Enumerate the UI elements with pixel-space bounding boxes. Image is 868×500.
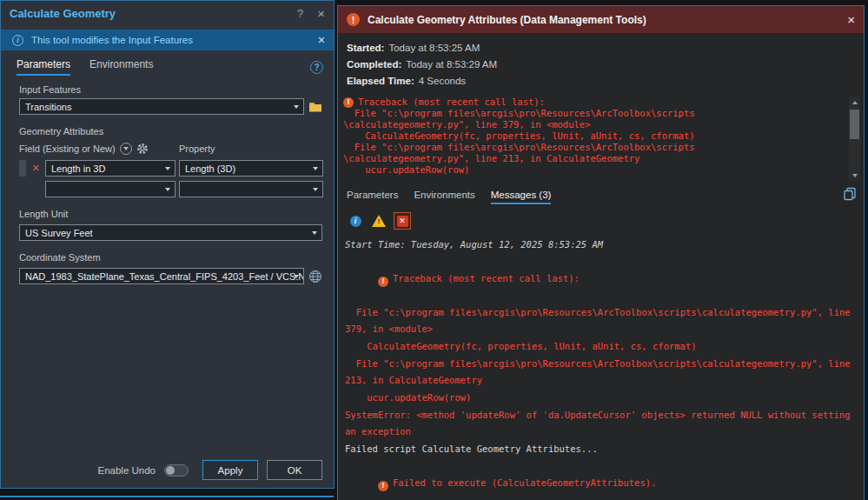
summary-row: Elapsed Time:4 Seconds	[347, 76, 855, 86]
error-filter-icon: ✕	[397, 216, 408, 227]
help-icon[interactable]: ?	[297, 7, 303, 20]
ok-button[interactable]: OK	[267, 460, 322, 480]
traceback-line: \calculategeometry.py", line 213, in Cal…	[343, 153, 845, 164]
message-line: !Traceback (most recent call last):	[345, 254, 851, 303]
traceback-line: ! Traceback (most recent call last):	[343, 97, 845, 108]
message-filters: i ! ✕	[338, 204, 864, 230]
traceback-line: File "c:\program files\arcgis\pro\Resour…	[343, 108, 845, 119]
geometry-attribute-row-empty	[19, 181, 322, 197]
summary-label: Elapsed Time:	[347, 76, 414, 86]
property-dropdown-empty[interactable]	[179, 181, 323, 197]
warning-icon: !	[372, 215, 386, 227]
error-icon: !	[343, 97, 354, 108]
background-window-edge	[0, 496, 334, 497]
panel-tabs: Parameters Environments Messages (3)	[338, 181, 864, 204]
close-icon[interactable]: ×	[317, 6, 325, 21]
messages-log: Start Time: Tuesday, August 12, 2025 8:5…	[338, 230, 864, 500]
dialog-title: Calculate Geometry	[10, 7, 283, 20]
run-summary: Started:Today at 8:53:25 AM Completed:To…	[338, 33, 864, 92]
traceback-preview-text: ! Traceback (most recent call last): Fil…	[343, 97, 845, 181]
parameters-form: Input Features Transitions Geometry Attr…	[1, 76, 334, 460]
traceback-line: \calculategeometry.py", line 379, in <mo…	[343, 119, 845, 130]
coordinate-system-value: NAD_1983_StatePlane_Texas_Central_FIPS_4…	[25, 271, 304, 282]
calculate-geometry-dialog: Calculate Geometry ? × i This tool modif…	[0, 0, 335, 489]
copy-messages-icon[interactable]	[843, 187, 857, 204]
field-dropdown-empty[interactable]	[45, 181, 176, 197]
filter-error-button[interactable]: ✕	[394, 212, 411, 230]
info-icon: i	[350, 216, 361, 227]
summary-row: Completed:Today at 8:53:29 AM	[347, 59, 855, 70]
filter-warning-button[interactable]: !	[370, 212, 388, 230]
scrollbar-track[interactable]	[849, 108, 860, 170]
message-line: File "c:\program files\arcgis\pro\Resour…	[345, 304, 851, 337]
help-circle-icon[interactable]: ?	[310, 61, 323, 74]
summary-label: Started:	[347, 43, 384, 53]
length-unit-label: Length Unit	[19, 209, 322, 219]
globe-icon[interactable]	[308, 270, 322, 283]
panel-title: Calculate Geometry Attributes (Data Mana…	[368, 14, 839, 26]
info-banner: i This tool modifies the Input Features …	[1, 30, 334, 50]
message-line: File "c:\program files\arcgis\pro\Resour…	[345, 356, 851, 389]
summary-value: Today at 8:53:25 AM	[388, 43, 480, 53]
message-text: Traceback (most recent call last):	[393, 273, 580, 283]
scrollbar[interactable]	[849, 97, 860, 181]
delete-row-icon[interactable]: ✕	[30, 163, 42, 174]
length-unit-value: US Survey Feet	[25, 228, 93, 238]
error-icon: !	[378, 481, 388, 491]
coordinate-system-dropdown[interactable]: NAD_1983_StatePlane_Texas_Central_FIPS_4…	[19, 268, 304, 284]
message-line: CalculateGeometry(fc, properties, lUnit,…	[345, 338, 851, 355]
tab-parameters[interactable]: Parameters	[17, 58, 70, 76]
property-value: Length (3D)	[185, 163, 235, 174]
geometry-attributes-label: Geometry Attributes	[19, 126, 322, 137]
error-icon: !	[378, 277, 388, 287]
error-icon: !	[347, 13, 360, 26]
traceback-text: Traceback (most recent call last):	[358, 97, 545, 108]
geometry-attribute-row: ✕ Length in 3D Length (3D)	[19, 160, 322, 177]
scroll-down-icon[interactable]	[849, 170, 860, 181]
message-line: Failed script Calculate Geometry Attribu…	[345, 441, 851, 457]
apply-button[interactable]: Apply	[202, 460, 258, 480]
summary-value: 4 Seconds	[419, 76, 466, 86]
length-unit-dropdown[interactable]: US Survey Feet	[19, 224, 322, 241]
field-value: Length in 3D	[51, 163, 105, 174]
close-icon[interactable]: ×	[847, 12, 855, 27]
dialog-tabs: Parameters Environments ?	[1, 50, 334, 76]
row-drag-handle[interactable]	[19, 160, 26, 177]
enable-undo-toggle[interactable]	[164, 464, 189, 477]
message-text: Failed to execute (CalculateGeometryAttr…	[393, 477, 656, 488]
message-line: SystemError: <method 'updateRow' of 'da.…	[345, 407, 851, 440]
tab-parameters[interactable]: Parameters	[347, 190, 398, 204]
input-features-dropdown[interactable]: Transitions	[19, 98, 304, 115]
filter-info-button[interactable]: i	[347, 212, 364, 230]
enable-undo-label: Enable Undo	[98, 465, 156, 476]
tab-environments[interactable]: Environments	[89, 58, 153, 76]
traceback-line: ucur.updateRow(row)	[343, 164, 845, 176]
info-icon: i	[12, 35, 23, 46]
input-features-label: Input Features	[19, 84, 322, 95]
chevron-down-icon[interactable]	[120, 143, 132, 155]
tab-environments[interactable]: Environments	[414, 190, 474, 204]
banner-text: This tool modifies the Input Features	[31, 35, 318, 45]
banner-close-icon[interactable]: ×	[318, 33, 325, 47]
message-line: Start Time: Tuesday, August 12, 2025 8:5…	[345, 237, 851, 253]
property-dropdown[interactable]: Length (3D)	[179, 160, 323, 177]
row-drag-handle	[19, 181, 26, 197]
tab-messages[interactable]: Messages (3)	[491, 190, 552, 204]
field-dropdown[interactable]: Length in 3D	[45, 160, 176, 177]
geoprocessing-messages-panel: ! Calculate Geometry Attributes (Data Ma…	[337, 5, 865, 500]
field-header-label: Field (Existing or New)	[19, 143, 116, 154]
summary-value: Today at 8:53:29 AM	[406, 59, 497, 70]
traceback-preview: ! Traceback (most recent call last): Fil…	[343, 97, 860, 181]
dialog-footer: Enable Undo Apply OK	[1, 460, 334, 488]
scroll-up-icon[interactable]	[849, 97, 860, 108]
summary-row: Started:Today at 8:53:25 AM	[347, 43, 855, 53]
value-table-header: Field (Existing or New) Property	[19, 142, 322, 155]
gear-icon[interactable]	[136, 143, 149, 155]
scrollbar-thumb[interactable]	[850, 110, 859, 139]
panel-header[interactable]: ! Calculate Geometry Attributes (Data Ma…	[338, 6, 864, 33]
dialog-titlebar[interactable]: Calculate Geometry ? ×	[1, 1, 334, 25]
browse-folder-icon[interactable]	[308, 101, 322, 112]
traceback-line: File "c:\program files\arcgis\pro\Resour…	[343, 142, 845, 153]
coordinate-system-label: Coordinate System	[19, 252, 322, 263]
input-features-value: Transitions	[25, 102, 71, 112]
